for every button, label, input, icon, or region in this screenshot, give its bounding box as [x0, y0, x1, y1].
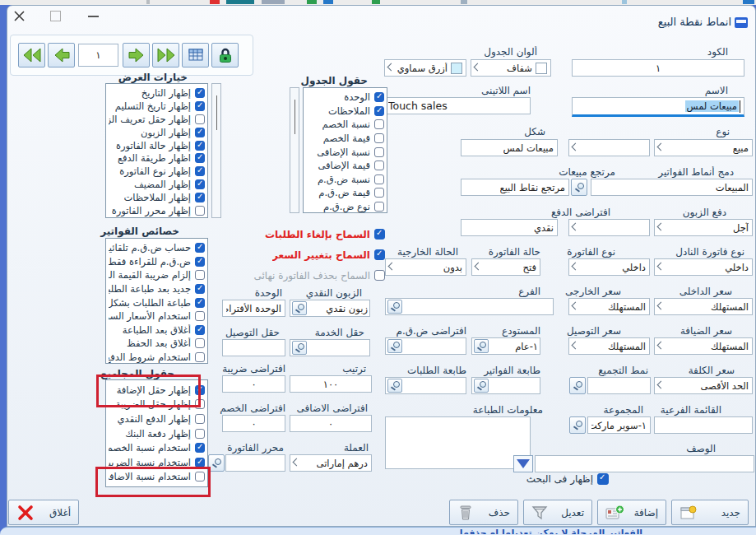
- display-option-item[interactable]: إظهار حالة الفاتورة: [109, 139, 205, 152]
- close-window-icon[interactable]: [12, 8, 28, 28]
- table-field-item[interactable]: الملاحظات: [306, 105, 384, 119]
- table-color-2-combo[interactable]: أزرق سماوي: [384, 59, 466, 77]
- record-number-input[interactable]: ١: [78, 44, 118, 67]
- checkbox[interactable]: [374, 229, 385, 240]
- checkbox[interactable]: [195, 284, 205, 294]
- show-in-search-checkbox-row[interactable]: إظهار فى البحث: [485, 473, 609, 485]
- table-field-item[interactable]: قيمة ض.ق.م: [306, 186, 384, 200]
- table-color-1-combo[interactable]: شفاف: [471, 59, 551, 77]
- previous-record-button[interactable]: [123, 43, 150, 67]
- checkbox[interactable]: [374, 249, 385, 260]
- delivery-field[interactable]: [222, 339, 285, 356]
- checkbox[interactable]: [195, 385, 205, 395]
- invoice-prop-item[interactable]: ض.ق.م للقراءة فقط: [109, 255, 205, 269]
- type-sub-combo[interactable]: [568, 139, 650, 156]
- totals-field-item[interactable]: إظهار دفعة البنك: [109, 426, 205, 441]
- checkbox[interactable]: [374, 147, 384, 157]
- display-option-item[interactable]: إظهار حقل تعريف الزبون: [109, 113, 205, 126]
- totals-field-item[interactable]: استخدام نسبة الضريبة: [109, 455, 205, 470]
- invoice-editor-search-button[interactable]: [208, 454, 225, 472]
- checkbox[interactable]: [195, 166, 205, 176]
- external-status-combo[interactable]: بدون: [385, 258, 466, 276]
- checkbox[interactable]: [195, 88, 205, 98]
- totals-field-item[interactable]: استخدام نسبة الاضافى: [109, 470, 205, 485]
- checkbox[interactable]: [374, 106, 384, 116]
- checkbox[interactable]: [195, 458, 205, 468]
- sales-return-field[interactable]: مرتجع نقاط البيع: [461, 179, 569, 196]
- delivery-price-combo[interactable]: المستهلك: [568, 337, 650, 355]
- grouping-mode-field[interactable]: [587, 377, 651, 394]
- grouping-mode-search-button[interactable]: [569, 377, 586, 394]
- branch-search-button[interactable]: [387, 300, 402, 314]
- minimize-window-icon[interactable]: [88, 16, 99, 17]
- checkbox[interactable]: [195, 298, 205, 308]
- display-option-item[interactable]: إظهار المضيف: [109, 178, 205, 191]
- invoice-editor-field[interactable]: [225, 454, 285, 472]
- totals-field-item[interactable]: إظهار الدفع النقدي: [109, 412, 205, 426]
- checkbox[interactable]: [195, 243, 205, 253]
- checkbox[interactable]: [195, 206, 205, 216]
- display-option-item[interactable]: إظهار تاريخ التسليم: [109, 100, 205, 113]
- checkbox[interactable]: [374, 202, 384, 212]
- checkbox[interactable]: [195, 128, 205, 137]
- totals-fields-listbox[interactable]: إظهار حقل الإضافةإظهار حقل الضريبةإظهار …: [105, 379, 208, 487]
- checkbox[interactable]: [374, 270, 385, 281]
- invoice-prop-item[interactable]: أغلاق بعد الطباعة: [109, 323, 205, 337]
- invoice-status-combo[interactable]: فتح: [471, 258, 540, 276]
- checkbox[interactable]: [195, 311, 205, 321]
- checkbox[interactable]: [195, 414, 205, 424]
- checkbox[interactable]: [195, 153, 205, 163]
- service-search-button[interactable]: [292, 341, 307, 355]
- table-field-item[interactable]: نسبة ض.ق.م: [306, 173, 384, 187]
- invoice-prop-item[interactable]: أغلاق بعد الحفظ: [109, 337, 205, 351]
- checkbox[interactable]: [195, 179, 205, 189]
- checkbox[interactable]: [195, 270, 205, 280]
- permission-checkbox-row[interactable]: السماح بتغيير السعر: [237, 244, 385, 265]
- maximize-window-icon[interactable]: [50, 11, 61, 21]
- totals-field-item[interactable]: إظهار حقل الإضافة: [109, 383, 205, 398]
- hospitality-price-combo[interactable]: المستهلك: [654, 337, 753, 355]
- table-field-item[interactable]: نوع ض.ق.م: [306, 200, 384, 213]
- orders-printer-search-button[interactable]: [387, 379, 402, 393]
- permission-checkbox-row[interactable]: السماح بإلغاء الطلبات: [237, 224, 385, 244]
- checkbox[interactable]: [195, 338, 205, 348]
- checkbox[interactable]: [195, 141, 205, 151]
- table-field-item[interactable]: نسبة الإضافى: [306, 145, 384, 159]
- invoice-prop-item[interactable]: استخدام شروط الدفع: [109, 351, 205, 364]
- checkbox[interactable]: [195, 472, 205, 482]
- cash-customer-field[interactable]: زبون نقدي: [290, 300, 370, 317]
- records-table-button[interactable]: [182, 43, 209, 67]
- show-in-search-checkbox[interactable]: [597, 473, 609, 485]
- customer-payment-combo[interactable]: آجل: [654, 219, 753, 236]
- invoices-printer-search-button[interactable]: [474, 379, 489, 393]
- checkbox[interactable]: [195, 399, 205, 409]
- branch-field[interactable]: [385, 298, 554, 315]
- default-addition-field[interactable]: ٠: [290, 415, 372, 432]
- checkbox[interactable]: [195, 325, 205, 335]
- checkbox[interactable]: [374, 188, 384, 198]
- checkbox[interactable]: [195, 193, 205, 202]
- table-field-item[interactable]: الوحدة: [306, 91, 384, 105]
- orders-printer-field[interactable]: [385, 377, 466, 394]
- display-options-listbox[interactable]: إظهار التاريخإظهار تاريخ التسليمإظهار حق…: [105, 83, 208, 218]
- service-field[interactable]: [290, 339, 370, 356]
- default-vat-field[interactable]: [385, 337, 466, 355]
- edit-button[interactable]: تعديل: [523, 500, 592, 525]
- invoices-printer-field[interactable]: [471, 377, 540, 394]
- group-search-button[interactable]: [569, 416, 586, 434]
- shape-field[interactable]: مبيعات لمس: [461, 139, 558, 156]
- warehouse-field[interactable]: ١-عام: [471, 337, 540, 355]
- table-field-item[interactable]: قيمة الخصم: [306, 132, 384, 146]
- checkbox[interactable]: [195, 114, 205, 124]
- totals-field-item[interactable]: استخدام نسبة الخصم: [109, 440, 205, 455]
- order-field[interactable]: ١٠٠: [290, 375, 372, 393]
- code-field[interactable]: ١: [572, 59, 744, 77]
- unit-field[interactable]: الوحدة الأفتراضية: [222, 300, 285, 317]
- display-option-item[interactable]: إظهار نوع الفاتورة: [109, 165, 205, 178]
- display-option-item[interactable]: إظهار الزبون: [109, 126, 205, 139]
- invoice-prop-item[interactable]: استخدام الأسعار السريع: [109, 309, 205, 323]
- first-record-button[interactable]: [152, 43, 179, 67]
- submenu-field[interactable]: [654, 416, 753, 434]
- latin-name-field[interactable]: Touch sales: [384, 97, 531, 114]
- default-payment-combo[interactable]: [568, 219, 650, 236]
